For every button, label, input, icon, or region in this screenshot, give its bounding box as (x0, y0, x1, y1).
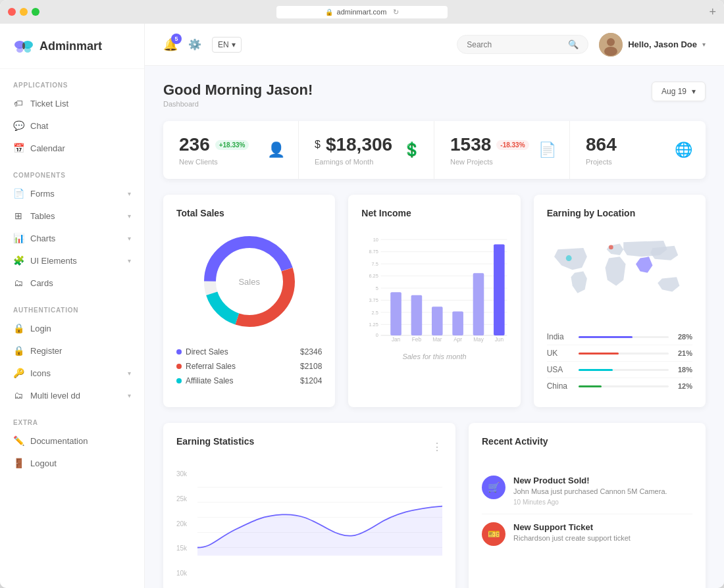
svg-text:May: May (473, 336, 484, 343)
referral-sales-value: $2108 (300, 362, 322, 371)
search-input[interactable] (467, 40, 563, 49)
user-menu[interactable]: Hello, Jason Doe ▾ (599, 33, 706, 57)
svg-rect-32 (432, 306, 443, 335)
cards-icon: 🗂 (13, 278, 24, 288)
india-bar-wrap (579, 336, 669, 338)
tables-arrow: ▾ (128, 212, 131, 220)
header-username: Hello, Jason Doe (628, 39, 697, 49)
stat-new-clients: 236 +18.33% New Clients 👤 (163, 121, 299, 179)
china-label: China (547, 381, 573, 391)
close-button[interactable] (8, 8, 16, 16)
y-label-15k: 15k (176, 545, 197, 552)
forms-icon: 📄 (13, 188, 24, 199)
activity-item-support-ticket: 🎫 New Support Ticket Richardson just cre… (482, 514, 692, 554)
donut-legend: Direct Sales $2346 Referral Sales (176, 345, 322, 388)
sidebar-label-tables: Tables (30, 211, 55, 221)
svg-point-4 (22, 43, 25, 49)
location-india: India 28% (547, 329, 692, 345)
sidebar-label-forms: Forms (30, 189, 55, 199)
new-tab-button[interactable]: + (709, 5, 716, 19)
language-selector[interactable]: EN ▾ (212, 37, 242, 53)
activity-header: Recent Activity (482, 436, 692, 457)
stat-badge-clients: +18.33% (215, 140, 249, 150)
tag-icon: 🏷 (13, 98, 24, 109)
sidebar-item-register[interactable]: 🔒 Register (0, 339, 144, 362)
product-sold-time: 10 Minutes Ago (513, 499, 667, 506)
usa-pct: 18% (674, 366, 692, 374)
date-picker[interactable]: Aug 19 ▾ (652, 82, 706, 101)
ui-elements-arrow: ▾ (128, 257, 131, 264)
location-uk: UK 21% (547, 345, 692, 362)
svg-rect-31 (411, 295, 423, 335)
new-projects-icon: 📄 (538, 141, 556, 159)
sidebar-item-cards[interactable]: 🗂 Cards (0, 272, 144, 294)
icons-arrow: ▾ (128, 370, 131, 377)
sidebar-item-chat[interactable]: 💬 Chat (0, 114, 144, 137)
sidebar-item-forms[interactable]: 📄 Forms ▾ (0, 182, 144, 205)
charts-row: Total Sales (163, 195, 706, 407)
svg-text:6.25: 6.25 (369, 273, 378, 279)
sidebar-item-ticket-list[interactable]: 🏷 Ticket List (0, 92, 144, 114)
sidebar-label-icons: Icons (30, 368, 51, 378)
sidebar-item-ui-elements[interactable]: 🧩 UI Elements ▾ (0, 249, 144, 272)
stat-badge-projects: -18.33% (496, 140, 529, 150)
china-bar-wrap (579, 385, 669, 387)
more-options-icon[interactable]: ⋮ (432, 441, 442, 453)
stat-projects: 864 Projects 🌐 (570, 121, 706, 179)
y-label-10k: 10k (176, 570, 197, 577)
stat-label-projects-new: New Projects (450, 158, 554, 166)
multi-level-arrow: ▾ (128, 392, 131, 399)
earning-stats-header: Earning Statistics ⋮ (176, 436, 442, 457)
url-bar[interactable]: 🔒 adminmart.com ↻ (276, 6, 448, 18)
date-value: Aug 19 (661, 87, 686, 96)
earnings-icon: 💲 (403, 141, 421, 159)
bottom-row: Earning Statistics ⋮ 30k 25k 20k 15k 10k (163, 423, 706, 588)
svg-text:Jun: Jun (495, 336, 504, 343)
sidebar-item-charts[interactable]: 📊 Charts ▾ (0, 227, 144, 249)
net-income-footer: Sales for this month (361, 353, 507, 360)
minimize-button[interactable] (20, 8, 28, 16)
main-content: Good Morning Jason! Dashboard Aug 19 ▾ 2… (145, 66, 724, 588)
product-sold-desc: John Musa just purchased Cannon 5M Camer… (513, 487, 667, 497)
location-usa: USA 18% (547, 362, 692, 378)
sidebar-label-logout: Logout (30, 458, 57, 468)
settings-icon[interactable]: ⚙️ (188, 38, 201, 51)
sidebar-item-multi-level[interactable]: 🗂 Multi level dd ▾ (0, 384, 144, 406)
sidebar-item-icons[interactable]: 🔑 Icons ▾ (0, 362, 144, 384)
sidebar-item-tables[interactable]: ⊞ Tables ▾ (0, 205, 144, 227)
search-icon: 🔍 (568, 39, 579, 49)
recent-activity-card: Recent Activity 🛒 New Product Sold! John… (469, 423, 706, 588)
activity-content-product: New Product Sold! John Musa just purchas… (513, 476, 667, 506)
charts-arrow: ▾ (128, 235, 131, 242)
earning-statistics-card: Earning Statistics ⋮ 30k 25k 20k 15k 10k (163, 423, 455, 588)
date-caret: ▾ (692, 87, 696, 96)
sidebar-label-cards: Cards (30, 278, 53, 288)
greeting-prefix: Hello, (628, 39, 654, 49)
sidebar-item-login[interactable]: 🔒 Login (0, 317, 144, 339)
breadcrumb: Dashboard (163, 100, 313, 108)
notification-bell[interactable]: 🔔 5 (163, 37, 178, 52)
sidebar-item-documentation[interactable]: ✏️ Documentation (0, 429, 144, 452)
sidebar-item-calendar[interactable]: 📅 Calendar (0, 137, 144, 159)
stat-label-projects: Projects (586, 158, 690, 166)
activity-content-support: New Support Ticket Richardson just creat… (513, 522, 631, 543)
sidebar-label-chat: Chat (30, 121, 48, 131)
svg-text:2.5: 2.5 (372, 310, 378, 316)
svg-text:8.75: 8.75 (369, 249, 378, 255)
refresh-icon[interactable]: ↻ (393, 8, 399, 16)
avatar (599, 33, 623, 57)
uk-pct: 21% (674, 349, 692, 357)
sidebar-item-logout[interactable]: 🚪 Logout (0, 452, 144, 474)
sidebar: Adminmart APPLICATIONS 🏷 Ticket List 💬 C… (0, 24, 145, 588)
dollar-sign: $ (315, 139, 321, 151)
referral-sales-dot (176, 364, 182, 369)
maximize-button[interactable] (32, 8, 39, 16)
stats-row: 236 +18.33% New Clients 👤 $$18,306 Earni… (163, 121, 706, 179)
language-label: EN (218, 40, 229, 49)
icons-icon: 🔑 (13, 368, 24, 378)
svg-rect-30 (391, 292, 402, 335)
svg-text:3.75: 3.75 (369, 297, 378, 303)
india-pct: 28% (674, 333, 692, 341)
product-sold-icon: 🛒 (482, 476, 505, 499)
svg-point-3 (24, 47, 31, 53)
